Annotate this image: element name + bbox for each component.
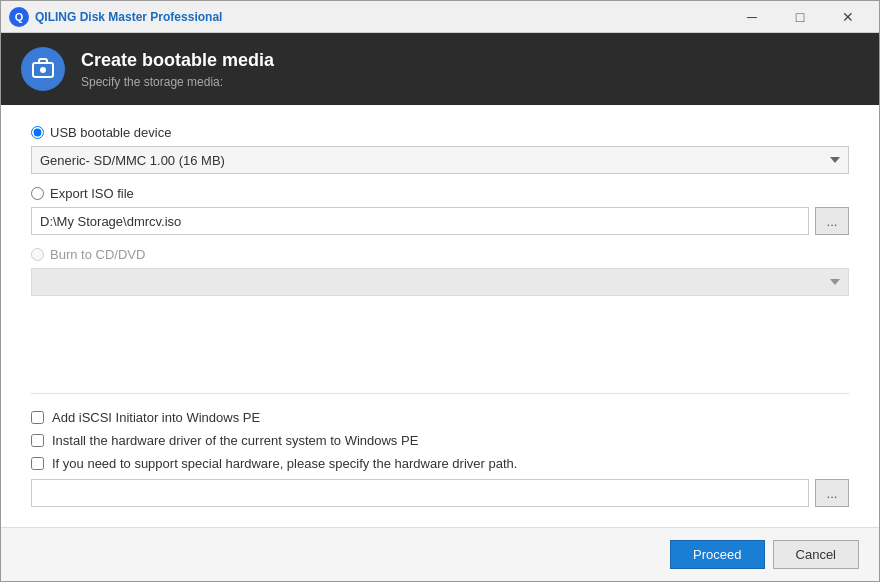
export-browse-button[interactable]: ... [815, 207, 849, 235]
hardware-path-browse-button[interactable]: ... [815, 479, 849, 507]
title-bar: Q QILING Disk Master Professional ─ □ ✕ [1, 1, 879, 33]
export-path-row: ... [31, 207, 849, 235]
export-option-group: Export ISO file ... [31, 186, 849, 235]
driver-checkbox[interactable] [31, 434, 44, 447]
cancel-button[interactable]: Cancel [773, 540, 859, 569]
iscsi-checkbox-label[interactable]: Add iSCSI Initiator into Windows PE [31, 410, 849, 425]
spacer [31, 308, 849, 385]
burn-device-row [31, 268, 849, 296]
dialog-footer: Proceed Cancel [1, 527, 879, 581]
export-radio[interactable] [31, 187, 44, 200]
hardware-path-input[interactable] [31, 479, 809, 507]
usb-radio[interactable] [31, 126, 44, 139]
dialog-title: Create bootable media [81, 50, 274, 71]
usb-device-row: Generic- SD/MMC 1.00 (16 MB) [31, 146, 849, 174]
maximize-button[interactable]: □ [777, 1, 823, 33]
bootable-media-icon [21, 47, 65, 91]
app-title: QILING Disk Master Professional [35, 10, 729, 24]
app-icon: Q [9, 7, 29, 27]
burn-radio-label[interactable]: Burn to CD/DVD [31, 247, 849, 262]
export-radio-label[interactable]: Export ISO file [31, 186, 849, 201]
hardware-path-checkbox[interactable] [31, 457, 44, 470]
window-controls: ─ □ ✕ [729, 1, 871, 33]
burn-device-select [31, 268, 849, 296]
usb-device-select[interactable]: Generic- SD/MMC 1.00 (16 MB) [31, 146, 849, 174]
burn-option-group: Burn to CD/DVD [31, 247, 849, 296]
close-button[interactable]: ✕ [825, 1, 871, 33]
iscsi-checkbox[interactable] [31, 411, 44, 424]
driver-checkbox-label[interactable]: Install the hardware driver of the curre… [31, 433, 849, 448]
dialog-content: USB bootable device Generic- SD/MMC 1.00… [1, 105, 879, 527]
usb-option-group: USB bootable device Generic- SD/MMC 1.00… [31, 125, 849, 174]
dialog-header: Create bootable media Specify the storag… [1, 33, 879, 105]
dialog-subtitle: Specify the storage media: [81, 75, 274, 89]
minimize-button[interactable]: ─ [729, 1, 775, 33]
proceed-button[interactable]: Proceed [670, 540, 764, 569]
checkboxes-section: Add iSCSI Initiator into Windows PE Inst… [31, 393, 849, 507]
burn-radio [31, 248, 44, 261]
main-window: Q QILING Disk Master Professional ─ □ ✕ … [0, 0, 880, 582]
svg-point-1 [40, 67, 46, 73]
usb-radio-label[interactable]: USB bootable device [31, 125, 849, 140]
hardware-path-checkbox-label[interactable]: If you need to support special hardware,… [31, 456, 849, 471]
header-text-block: Create bootable media Specify the storag… [81, 50, 274, 89]
export-path-input[interactable] [31, 207, 809, 235]
hardware-path-row: ... [31, 479, 849, 507]
